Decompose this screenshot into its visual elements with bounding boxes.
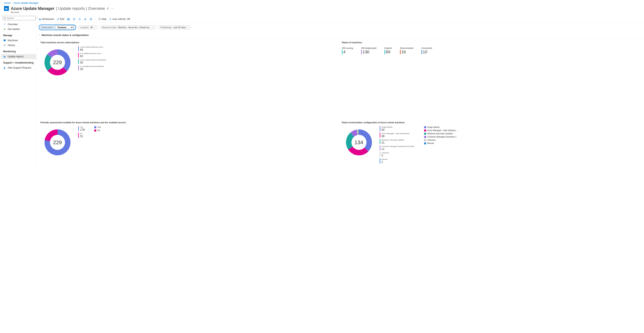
- color-bar: [380, 158, 380, 163]
- color-bar: [78, 133, 79, 138]
- stat-item[interactable]: Manual 1: [380, 158, 414, 163]
- legend-list: Yes No: [94, 125, 101, 132]
- clock-icon: [3, 44, 6, 47]
- card-title: Total machines across subscriptions: [40, 41, 339, 44]
- filter-value: Machine - Azure Arc, Virtual ma...: [118, 26, 151, 29]
- svg-rect-7: [68, 18, 69, 19]
- sidebar-item-label: Overview: [8, 23, 18, 26]
- legend-item[interactable]: Yes: [94, 126, 101, 128]
- card-total-machines: Total machines across subscriptions 229 …: [39, 41, 340, 80]
- legend-item[interactable]: Unknown: [424, 139, 458, 141]
- color-bar: [361, 50, 362, 54]
- more-icon[interactable]: ⋯: [111, 7, 114, 10]
- share-icon[interactable]: [78, 18, 81, 21]
- sidebar-search[interactable]: [3, 16, 36, 20]
- legend-label: Unknown: [427, 139, 436, 141]
- status-tile[interactable]: Expired 69: [384, 47, 392, 54]
- rocket-icon: [3, 28, 6, 31]
- stat-item[interactable]: Azure virtual machines-Windows 50: [78, 59, 106, 64]
- toolbar-label: Edit: [60, 18, 64, 21]
- pin-icon[interactable]: [84, 18, 87, 21]
- autorefresh-button[interactable]: Auto refresh: Off: [109, 18, 130, 21]
- question-icon: [98, 18, 101, 20]
- stat-item[interactable]: Yes 178: [78, 126, 84, 131]
- legend-item[interactable]: Manual: [424, 142, 458, 144]
- status-tile[interactable]: VM deallocated 130: [361, 47, 376, 54]
- legend-swatch: [424, 126, 426, 128]
- color-bar: [78, 59, 79, 64]
- sidebar-item-getstarted[interactable]: Get started: [1, 27, 36, 32]
- filter-value: All: [90, 26, 93, 29]
- color-bar: [380, 126, 380, 131]
- stat-item[interactable]: Azure Managed - Safe Deployment 38: [380, 133, 414, 138]
- help-button[interactable]: Help: [98, 18, 106, 21]
- stat-item[interactable]: Azure virtual machines-Linux 84: [78, 46, 106, 51]
- color-bar: [342, 50, 342, 54]
- save-icon[interactable]: [67, 18, 70, 21]
- legend-item[interactable]: Customer Managed Schedules (...: [424, 136, 458, 138]
- filter-timerange[interactable]: TimeRange: Last 30 days ⌄: [158, 25, 191, 29]
- stat-item[interactable]: Customer Managed Schedules (Preview) 11: [380, 145, 414, 151]
- filter-resourcetype[interactable]: ResourceType: Machine - Azure Arc, Virtu…: [100, 25, 156, 29]
- stat-item[interactable]: No 51: [78, 133, 84, 138]
- nav-heading-support: Support + troubleshooting: [1, 60, 36, 65]
- history-icon: [109, 18, 112, 20]
- color-bar: [78, 126, 79, 131]
- filter-location[interactable]: Location: All ⌄: [78, 25, 98, 29]
- color-bar: [78, 46, 79, 51]
- sidebar-item-update-reports[interactable]: Update reports: [1, 54, 36, 59]
- stat-label: Yes: [80, 126, 84, 128]
- chevron-down-icon: ⌄: [152, 26, 154, 28]
- stat-item[interactable]: Arc enabled servers-Windows 33: [78, 65, 106, 71]
- filter-subscription[interactable]: Subscription: Contoso: [39, 25, 76, 30]
- stat-value: 51: [80, 135, 83, 138]
- legend-item[interactable]: Image default: [424, 126, 458, 128]
- toolbar-label: Workbooks: [42, 18, 54, 21]
- stat-value: 31: [382, 141, 404, 144]
- status-tile[interactable]: Disconnected 16: [400, 47, 414, 54]
- legend-item[interactable]: No: [94, 129, 101, 132]
- filter-value: Last 30 days: [173, 26, 186, 29]
- status-label: Connected: [422, 47, 432, 49]
- refresh-icon[interactable]: [73, 18, 76, 21]
- sidebar-item-overview[interactable]: Overview: [1, 22, 36, 27]
- workbooks-button[interactable]: Workbooks: [39, 18, 54, 21]
- status-tile[interactable]: VM running 4: [342, 47, 353, 54]
- section-toggle[interactable]: ⌃ Machines overall status & configuratio…: [36, 32, 644, 39]
- sidebar-item-history[interactable]: History: [1, 43, 36, 48]
- legend-label: No: [98, 129, 100, 132]
- donut-total-machines: 229: [40, 45, 74, 79]
- breadcrumb-home[interactable]: Home: [4, 2, 10, 5]
- stat-label: Azure virtual machines-Linux: [80, 46, 103, 48]
- sidebar-item-label: History: [8, 44, 15, 47]
- search-input[interactable]: [7, 17, 34, 19]
- status-value: 4: [343, 50, 346, 54]
- legend-swatch: [424, 139, 426, 141]
- stat-item[interactable]: Arc enabled servers-Linux 62: [78, 53, 106, 58]
- legend-item[interactable]: Azure Managed - Safe Deploym...: [424, 129, 458, 132]
- legend-swatch: [424, 133, 426, 135]
- stat-item[interactable]: Image default 50: [380, 126, 414, 131]
- breadcrumb-current[interactable]: Azure Update Manager: [14, 2, 38, 5]
- svg-point-0: [4, 17, 6, 19]
- card-status: Status of machines VM running 4VM deallo…: [340, 41, 642, 80]
- sparkle-icon: [3, 23, 6, 26]
- sidebar-item-machines[interactable]: Machines: [1, 38, 36, 43]
- status-tile[interactable]: Connected 10: [422, 47, 432, 54]
- subscription-select[interactable]: Contoso: [55, 26, 74, 29]
- legend-item[interactable]: Windows Automatic Updates: [424, 133, 458, 135]
- legend-swatch: [94, 126, 96, 128]
- stat-item[interactable]: Unknown 3: [380, 152, 414, 157]
- svg-rect-3: [4, 41, 5, 42]
- breadcrumb: Home › Azure Update Manager: [0, 0, 644, 6]
- status-label: VM running: [342, 47, 353, 49]
- status-label: Expired: [384, 47, 392, 49]
- edit-button[interactable]: Edit: [57, 18, 64, 21]
- status-label: VM deallocated: [361, 47, 376, 49]
- sidebar-item-support-request[interactable]: New Support Request: [1, 65, 36, 70]
- card-title: Periodic assessment enabled for Azure vi…: [40, 121, 339, 124]
- svg-point-11: [91, 19, 92, 19]
- pin-icon[interactable]: [107, 7, 109, 10]
- stat-item[interactable]: Windows Automatic Updates 31: [380, 139, 414, 144]
- feedback-icon[interactable]: [90, 18, 92, 21]
